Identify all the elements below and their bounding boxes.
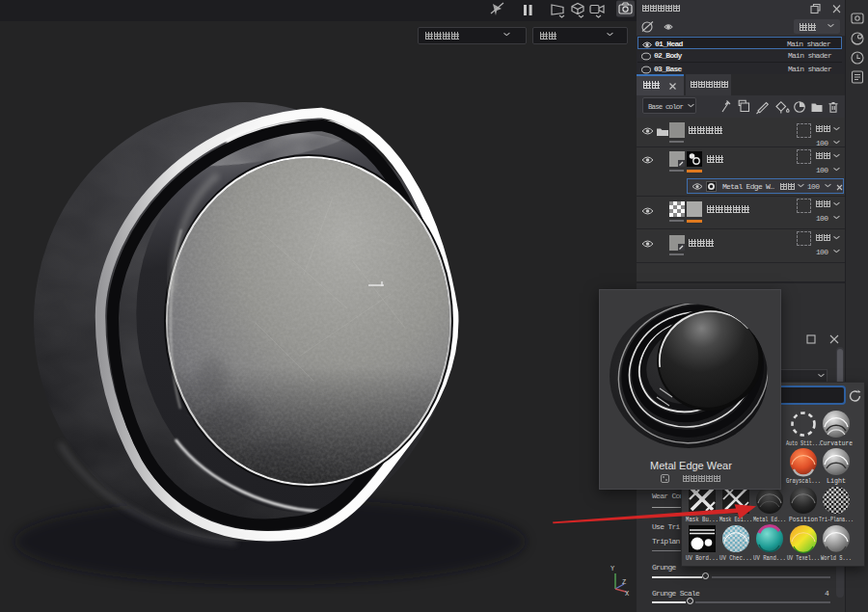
svg-text:Auto Stit...: Auto Stit... xyxy=(786,439,821,447)
svg-text:World S...: World S... xyxy=(821,554,852,562)
svg-text:UV Rand...: UV Rand... xyxy=(753,554,786,562)
svg-text:UV Bord...: UV Bord... xyxy=(686,554,719,562)
svg-text:Metal Ed...: Metal Ed... xyxy=(753,516,786,523)
svg-text:Grayscal...: Grayscal... xyxy=(786,477,821,485)
svg-text:Curvature: Curvature xyxy=(820,439,853,447)
svg-text:Mask Edi...: Mask Edi... xyxy=(719,516,752,523)
svg-text:Light: Light xyxy=(827,477,846,485)
svg-text:UV Texel...: UV Texel... xyxy=(787,554,820,562)
svg-text:Z: Z xyxy=(622,578,626,586)
svg-text:UV Chec...: UV Chec... xyxy=(719,554,752,562)
svg-text:Mask Bu...: Mask Bu... xyxy=(686,516,719,523)
svg-text:Tri-Plana...: Tri-Plana... xyxy=(819,516,854,523)
svg-text:Position: Position xyxy=(789,516,818,523)
